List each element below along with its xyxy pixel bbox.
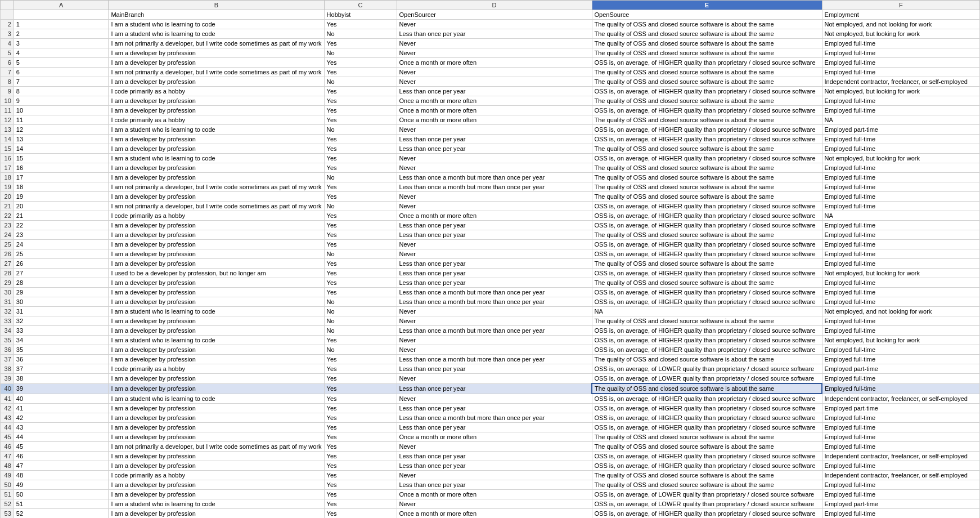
cell-F[interactable]: Employed full-time bbox=[822, 413, 979, 423]
table-row[interactable]: 98I code primarily as a hobbyYesLess tha… bbox=[1, 87, 980, 96]
table-row[interactable]: 5150I am a developer by professionYesOnc… bbox=[1, 490, 980, 499]
cell-F[interactable]: Employed full-time bbox=[822, 182, 979, 192]
cell-C[interactable]: Yes bbox=[324, 490, 397, 499]
cell-F[interactable]: Not employed, but looking for work bbox=[822, 269, 979, 278]
table-row[interactable]: 3938I am a developer by professionYesNev… bbox=[1, 374, 980, 384]
cell-D[interactable]: Less than once per year bbox=[397, 452, 592, 461]
cell-C[interactable]: Yes bbox=[324, 269, 397, 278]
table-row[interactable]: 2827I used to be a developer by professi… bbox=[1, 269, 980, 278]
table-row[interactable]: 2423I am a developer by professionYesLes… bbox=[1, 230, 980, 240]
cell-D[interactable]: Never bbox=[397, 163, 592, 173]
cell-E[interactable]: The quality of OSS and closed source sof… bbox=[592, 29, 822, 39]
cell-B[interactable]: I am a developer by profession bbox=[109, 297, 324, 307]
cell-F[interactable]: Employed full-time bbox=[822, 259, 979, 269]
cell-F[interactable]: Employed full-time bbox=[822, 163, 979, 173]
cell-F[interactable]: Employed full-time bbox=[822, 297, 979, 307]
cell-D[interactable]: Once a month or more often bbox=[397, 106, 592, 115]
cell-E[interactable]: The quality of OSS and closed source sof… bbox=[592, 48, 822, 58]
table-row[interactable]: 2019I am a developer by professionYesNev… bbox=[1, 192, 980, 202]
cell-C[interactable]: No bbox=[324, 316, 397, 326]
cell-B[interactable]: I am not primarily a developer, but I wr… bbox=[109, 39, 324, 48]
table-row[interactable]: 1615I am a student who is learning to co… bbox=[1, 154, 980, 163]
cell-A[interactable]: 32 bbox=[14, 316, 109, 326]
table-row[interactable]: 4140I am a student who is learning to co… bbox=[1, 394, 980, 404]
cell-D[interactable]: Never bbox=[397, 307, 592, 316]
cell-A[interactable]: 52 bbox=[14, 509, 109, 519]
cell-E[interactable]: The quality of OSS and closed source sof… bbox=[592, 77, 822, 87]
cell-D[interactable]: Less than once per year bbox=[397, 144, 592, 154]
table-row[interactable]: 4039I am a developer by professionYesLes… bbox=[1, 383, 980, 394]
cell-B[interactable]: I code primarily as a hobby bbox=[109, 87, 324, 96]
cell-D[interactable]: Less than once a month but more than onc… bbox=[397, 297, 592, 307]
cell-D[interactable]: Less than once a month but more than onc… bbox=[397, 355, 592, 364]
cell-C[interactable]: Yes bbox=[324, 144, 397, 154]
table-row[interactable]: 4746I am a developer by professionYesLes… bbox=[1, 452, 980, 461]
cell-F[interactable]: Not employed, but looking for work bbox=[822, 29, 979, 39]
cell-C[interactable]: Yes bbox=[324, 115, 397, 125]
cell-F[interactable]: Employed full-time bbox=[822, 461, 979, 471]
cell-B[interactable]: I code primarily as a hobby bbox=[109, 471, 324, 480]
cell-F[interactable]: Employed full-time bbox=[822, 221, 979, 230]
cell-B[interactable]: I used to be a developer by profession, … bbox=[109, 269, 324, 278]
cell-C[interactable]: Yes bbox=[324, 374, 397, 384]
cell-B[interactable]: I am a developer by profession bbox=[109, 509, 324, 519]
cell-E[interactable]: The quality of OSS and closed source sof… bbox=[592, 230, 822, 240]
cell-B[interactable]: I am a developer by profession bbox=[109, 452, 324, 461]
cell-E[interactable]: The quality of OSS and closed source sof… bbox=[592, 316, 822, 326]
cell-F[interactable]: Employed full-time bbox=[822, 423, 979, 432]
cell-C[interactable]: No bbox=[324, 48, 397, 58]
cell-E[interactable]: The quality of OSS and closed source sof… bbox=[592, 39, 822, 48]
cell-E[interactable]: OSS is, on average, of HIGHER quality th… bbox=[592, 394, 822, 404]
cell-C[interactable]: Yes bbox=[324, 423, 397, 432]
cell-A[interactable]: 20 bbox=[14, 202, 109, 211]
table-row[interactable]: 2524I am a developer by professionYesNev… bbox=[1, 240, 980, 249]
table-row[interactable]: 2221I code primarily as a hobbyYesOnce a… bbox=[1, 211, 980, 221]
cell-A[interactable]: 23 bbox=[14, 230, 109, 240]
cell-B[interactable]: I am a developer by profession bbox=[109, 192, 324, 202]
table-row[interactable]: 4342I am a developer by professionYesLes… bbox=[1, 413, 980, 423]
cell-B[interactable]: I am not primarily a developer, but I wr… bbox=[109, 442, 324, 452]
cell-A[interactable]: 47 bbox=[14, 461, 109, 471]
cell-A[interactable]: 9 bbox=[14, 96, 109, 106]
cell-E[interactable]: The quality of OSS and closed source sof… bbox=[592, 20, 822, 29]
cell-D[interactable]: Less than once per year bbox=[397, 461, 592, 471]
cell-B[interactable]: I am a developer by profession bbox=[109, 413, 324, 423]
cell-E[interactable]: OSS is, on average, of HIGHER quality th… bbox=[592, 211, 822, 221]
cell-F[interactable]: Employed full-time bbox=[822, 432, 979, 442]
cell-C[interactable]: Yes bbox=[324, 509, 397, 519]
cell-F[interactable]: Employed part-time bbox=[822, 404, 979, 413]
cell-E[interactable]: OSS is, on average, of HIGHER quality th… bbox=[592, 125, 822, 135]
cell-A[interactable]: 25 bbox=[14, 249, 109, 259]
cell-E[interactable]: The quality of OSS and closed source sof… bbox=[592, 182, 822, 192]
cell-A[interactable]: 44 bbox=[14, 432, 109, 442]
cell-F[interactable]: Employed full-time bbox=[822, 48, 979, 58]
cell-B[interactable]: I am a student who is learning to code bbox=[109, 394, 324, 404]
cell-C[interactable]: Yes bbox=[324, 383, 397, 394]
cell-D[interactable]: Never bbox=[397, 192, 592, 202]
cell-B[interactable]: I am a student who is learning to code bbox=[109, 307, 324, 316]
cell-C[interactable]: No bbox=[324, 345, 397, 355]
cell-F[interactable]: Employed full-time bbox=[822, 230, 979, 240]
cell-F[interactable]: Not employed, but looking for work bbox=[822, 87, 979, 96]
cell-D[interactable]: Never bbox=[397, 154, 592, 163]
cell-E[interactable]: OSS is, on average, of HIGHER quality th… bbox=[592, 240, 822, 249]
cell-D[interactable]: Less than once per year bbox=[397, 383, 592, 394]
cell-C[interactable]: Yes bbox=[324, 230, 397, 240]
table-row[interactable]: 1817I am a developer by professionNoLess… bbox=[1, 173, 980, 182]
table-row[interactable]: 87I am a developer by professionNoNeverT… bbox=[1, 77, 980, 87]
cell-C[interactable]: Yes bbox=[324, 163, 397, 173]
cell-A[interactable]: 43 bbox=[14, 423, 109, 432]
cell-E[interactable]: OSS is, on average, of HIGHER quality th… bbox=[592, 404, 822, 413]
cell-E[interactable]: OSS is, on average, of HIGHER quality th… bbox=[592, 345, 822, 355]
cell-C[interactable]: No bbox=[324, 307, 397, 316]
cell-C[interactable]: Yes bbox=[324, 394, 397, 404]
cell-D[interactable]: Less than once per year bbox=[397, 230, 592, 240]
cell-E[interactable]: OSS is, on average, of LOWER quality tha… bbox=[592, 374, 822, 384]
cell-C[interactable]: Yes bbox=[324, 87, 397, 96]
cell-F[interactable]: Employed full-time bbox=[822, 96, 979, 106]
cell-F[interactable]: Employed full-time bbox=[822, 278, 979, 288]
cell-D[interactable]: Less than once a month but more than onc… bbox=[397, 326, 592, 336]
cell-A[interactable]: 34 bbox=[14, 336, 109, 345]
table-row[interactable]: 21I am a student who is learning to code… bbox=[1, 20, 980, 29]
cell-B[interactable]: I am a developer by profession bbox=[109, 374, 324, 384]
